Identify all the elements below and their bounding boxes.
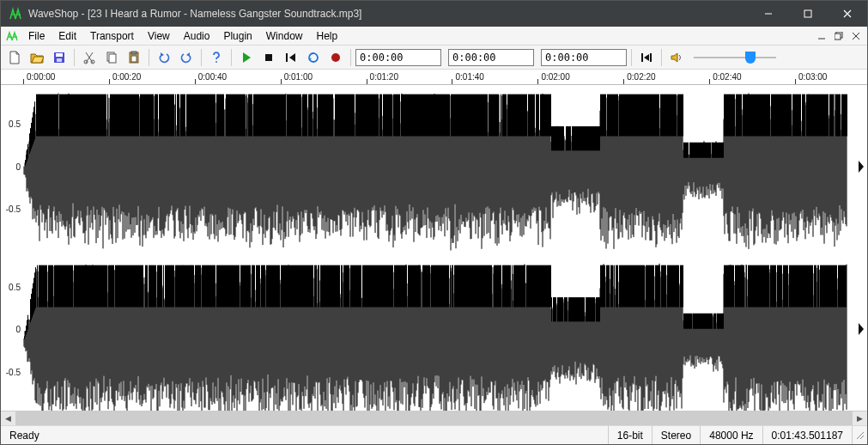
ruler-tick: 0:01:40 bbox=[452, 70, 452, 84]
yaxis-label: 0.5 bbox=[9, 282, 21, 291]
ruler-tick: 0:03:00 bbox=[795, 70, 796, 84]
app-icon bbox=[8, 6, 23, 21]
svg-rect-19 bbox=[641, 53, 643, 62]
statusbar: Ready 16-bit Stereo 48000 Hz 0:01:43.501… bbox=[1, 425, 867, 444]
scroll-right-button[interactable]: ▶ bbox=[853, 411, 867, 426]
titlebar: WaveShop - [23 I Heard a Rumor - Nameles… bbox=[1, 1, 867, 27]
waveform-canvas[interactable] bbox=[23, 85, 855, 411]
ruler-tick: 0:00:20 bbox=[109, 70, 110, 84]
svg-rect-4 bbox=[835, 34, 841, 40]
app-window: WaveShop - [23 I Heard a Rumor - Nameles… bbox=[0, 0, 868, 445]
yaxis-label: -0.5 bbox=[6, 367, 21, 376]
menu-window[interactable]: Window bbox=[259, 28, 310, 44]
status-ready: Ready bbox=[1, 426, 608, 444]
yaxis-label: 0 bbox=[15, 325, 21, 334]
window-title: WaveShop - [23 I Heard a Rumor - Nameles… bbox=[28, 8, 749, 20]
status-rate: 48000 Hz bbox=[700, 426, 762, 444]
scroll-thumb[interactable] bbox=[15, 411, 853, 426]
play-button[interactable] bbox=[236, 47, 257, 68]
status-channels: Stereo bbox=[652, 426, 700, 444]
menu-edit[interactable]: Edit bbox=[52, 28, 83, 44]
svg-point-15 bbox=[215, 61, 217, 63]
svg-rect-17 bbox=[286, 53, 288, 62]
ruler-tick: 0:01:20 bbox=[367, 70, 367, 84]
menu-transport[interactable]: Transport bbox=[83, 28, 141, 44]
ruler-tick: 0:00:40 bbox=[195, 70, 196, 84]
svg-rect-20 bbox=[650, 53, 652, 62]
amplitude-axis: 0.5 0 -0.5 0.5 0 -0.5 bbox=[1, 85, 23, 411]
time-selection-start[interactable]: 0:00:00 bbox=[448, 49, 534, 66]
yaxis-label: 0 bbox=[15, 162, 21, 171]
horizontal-scrollbar[interactable]: ◀ ▶ bbox=[1, 411, 867, 425]
paste-button[interactable] bbox=[124, 47, 144, 68]
time-ruler[interactable]: 0:00:000:00:200:00:400:01:000:01:200:01:… bbox=[1, 70, 867, 85]
maximize-button[interactable] bbox=[788, 1, 828, 27]
close-button[interactable] bbox=[828, 1, 867, 27]
toolbar: 0:00:00 0:00:00 0:00:00 bbox=[1, 46, 867, 70]
svg-point-9 bbox=[91, 60, 94, 64]
ruler-tick: 0:02:20 bbox=[623, 70, 624, 84]
menu-view[interactable]: View bbox=[141, 28, 177, 44]
new-button[interactable] bbox=[4, 47, 25, 68]
record-button[interactable] bbox=[325, 47, 346, 68]
minimize-button[interactable] bbox=[749, 1, 788, 27]
open-button[interactable] bbox=[27, 47, 47, 68]
stop-button[interactable] bbox=[258, 47, 279, 68]
status-position: 0:01:43.501187 bbox=[762, 426, 852, 444]
mdi-restore-button[interactable] bbox=[831, 28, 847, 44]
svg-rect-7 bbox=[57, 58, 62, 62]
ruler-tick: 0:02:00 bbox=[537, 70, 538, 84]
rewind-button[interactable] bbox=[281, 47, 301, 68]
mdi-close-button[interactable] bbox=[848, 28, 864, 44]
svg-rect-1 bbox=[804, 10, 811, 17]
app-menu-icon bbox=[6, 30, 18, 42]
undo-button[interactable] bbox=[154, 47, 174, 68]
scroll-left-button[interactable]: ◀ bbox=[1, 411, 15, 426]
mdi-minimize-button[interactable] bbox=[814, 28, 829, 44]
svg-point-18 bbox=[331, 53, 340, 62]
yaxis-label: 0.5 bbox=[9, 119, 21, 129]
goto-end-button[interactable] bbox=[636, 47, 657, 68]
copy-button[interactable] bbox=[101, 47, 122, 68]
svg-rect-16 bbox=[265, 54, 272, 61]
menu-help[interactable]: Help bbox=[309, 28, 344, 44]
right-gutter bbox=[855, 85, 867, 411]
menu-audio[interactable]: Audio bbox=[177, 28, 217, 44]
svg-rect-14 bbox=[131, 56, 137, 62]
channel-arrow-icon bbox=[859, 323, 865, 335]
svg-rect-11 bbox=[109, 54, 116, 63]
svg-point-8 bbox=[84, 60, 88, 64]
resize-grip[interactable] bbox=[852, 426, 867, 444]
ruler-tick: 0:00:00 bbox=[23, 70, 24, 84]
save-button[interactable] bbox=[49, 47, 70, 68]
svg-rect-6 bbox=[56, 53, 63, 57]
menu-file[interactable]: File bbox=[21, 28, 52, 44]
volume-slider[interactable] bbox=[694, 50, 776, 65]
help-button[interactable] bbox=[206, 47, 227, 68]
volume-thumb[interactable] bbox=[745, 52, 756, 64]
channel-arrow-icon bbox=[859, 161, 865, 173]
redo-button[interactable] bbox=[176, 47, 197, 68]
svg-rect-13 bbox=[131, 52, 137, 54]
time-selection-end[interactable]: 0:00:00 bbox=[541, 49, 627, 66]
cut-button[interactable] bbox=[79, 47, 100, 68]
volume-icon bbox=[666, 47, 687, 68]
ruler-tick: 0:01:00 bbox=[281, 70, 282, 84]
yaxis-label: -0.5 bbox=[6, 204, 21, 214]
waveform-area: 0.5 0 -0.5 0.5 0 -0.5 bbox=[1, 85, 867, 411]
menu-plugin[interactable]: Plugin bbox=[216, 28, 258, 44]
loop-button[interactable] bbox=[303, 47, 324, 68]
time-position[interactable]: 0:00:00 bbox=[355, 49, 441, 66]
menubar: File Edit Transport View Audio Plugin Wi… bbox=[1, 27, 867, 46]
status-bits: 16-bit bbox=[608, 426, 652, 444]
ruler-tick: 0:02:40 bbox=[709, 70, 710, 84]
